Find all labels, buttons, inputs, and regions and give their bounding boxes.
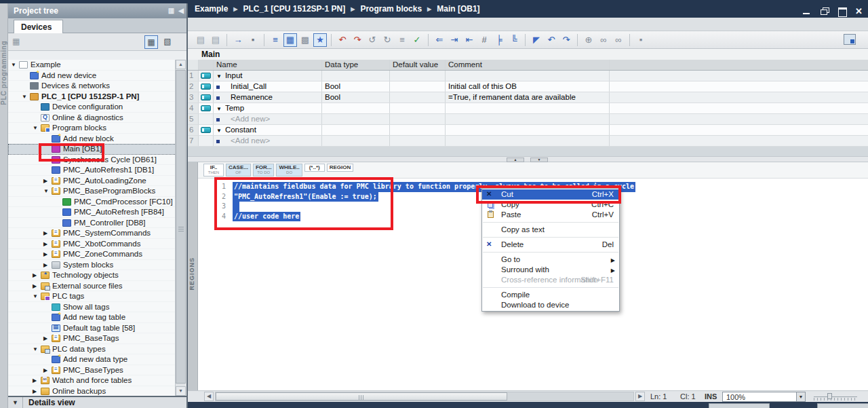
details-view-toggle-icon[interactable]: ▦	[144, 35, 158, 49]
tree-item[interactable]: ▶PMC_ZoneCommands	[8, 249, 176, 260]
breadcrumb-item[interactable]: Main [OB1]	[437, 4, 479, 14]
default-value-cell[interactable]	[390, 92, 446, 103]
table-row[interactable]: 5<Add new>	[188, 114, 868, 125]
tree-scroll-down-icon[interactable]: ▼	[176, 386, 186, 396]
name-cell[interactable]: Remanence	[214, 92, 322, 103]
splitter-collapse-up-icon[interactable]: ▲	[507, 157, 524, 162]
indent-icon[interactable]: ⇥	[448, 33, 461, 47]
datatype-cell[interactable]	[322, 136, 390, 146]
tree-expand-icon[interactable]: ▶	[33, 377, 37, 384]
tree-expand-icon[interactable]: ▼	[11, 62, 16, 68]
section-expand-icon[interactable]: ▼	[216, 128, 222, 134]
prev-bookmark-icon[interactable]: ↶	[545, 33, 558, 47]
menu-item-compile[interactable]: Compile	[482, 290, 619, 300]
table-row[interactable]: 6▼Constant	[188, 125, 868, 136]
menu-item-paste[interactable]: PasteCtrl+V	[482, 210, 619, 220]
snippet-button[interactable]: CASE...OF	[226, 164, 251, 177]
breadcrumb-item[interactable]: PLC_1 [CPU 1512SP-1 PN]	[243, 4, 346, 14]
tree-item[interactable]: ▼PLC data types	[8, 344, 176, 355]
settings-icon[interactable]: ⊕	[582, 33, 595, 47]
default-value-cell[interactable]	[390, 125, 446, 135]
bookmark-icon[interactable]: ◤	[530, 33, 543, 47]
tree-item[interactable]: ▶PMC_AutoLoadingZone	[8, 176, 176, 187]
snippet-button[interactable]: (*..*)	[304, 164, 325, 172]
open-new-editor-icon[interactable]: ▧	[161, 35, 174, 49]
name-cell[interactable]: <Add new>	[214, 136, 322, 146]
splitter-collapse-down-icon[interactable]: ▼	[530, 157, 548, 162]
lock-icon[interactable]: ▪	[246, 33, 260, 47]
tree-item[interactable]: ▼PLC tags	[8, 291, 176, 302]
tree-scroll-thumb[interactable]	[176, 70, 186, 384]
zoom-slider-handle[interactable]	[827, 393, 832, 399]
tree-expand-icon[interactable]: ▶	[43, 178, 47, 184]
protection-icon[interactable]: ▪	[634, 33, 648, 47]
snippet-button[interactable]: REGION	[327, 164, 354, 172]
name-cell[interactable]: ▼Temp	[214, 103, 322, 113]
tree-expand-icon[interactable]: ▶	[43, 230, 47, 236]
comment-cell[interactable]	[446, 125, 610, 135]
tree-expand-icon[interactable]: ▶	[33, 388, 37, 394]
section-expand-icon[interactable]: ▼	[216, 73, 222, 79]
minimize-button[interactable]	[802, 7, 811, 15]
datatype-cell[interactable]	[322, 125, 390, 135]
tree-expand-icon[interactable]: ▼	[33, 125, 38, 131]
close-button[interactable]: ✕	[855, 7, 864, 15]
comment-cell[interactable]	[446, 103, 610, 113]
revert-icon[interactable]: ↺	[366, 33, 379, 47]
restore-icon[interactable]: ↻	[380, 33, 394, 47]
accept-icon[interactable]: ✓	[410, 33, 424, 47]
tree-item[interactable]: ▶Online backups	[8, 386, 176, 396]
restore-button[interactable]	[820, 7, 829, 15]
tree-item[interactable]: Add new block	[8, 134, 176, 145]
tree-item[interactable]: Online & diagnostics	[8, 113, 176, 124]
display-format-icon[interactable]: ▩	[298, 33, 312, 47]
tree-item[interactable]: ▶PMC_BaseTypes	[8, 365, 176, 376]
tree-item[interactable]: ▶PMC_XbotCommands	[8, 239, 176, 250]
tree-item[interactable]: PMC_CmdProcessor [FC10]	[8, 197, 176, 208]
default-value-cell[interactable]	[390, 103, 446, 113]
table-row[interactable]: 2Initial_CallBoolInitial call of this OB	[188, 81, 868, 92]
datatype-cell[interactable]	[322, 71, 390, 81]
table-row[interactable]: 3RemanenceBool=True, if remanent data ar…	[188, 92, 868, 103]
zoom-dropdown-icon[interactable]: ▼	[796, 392, 806, 402]
tree-item[interactable]: Add new tag table	[8, 312, 176, 323]
zoom-slider[interactable]	[814, 396, 857, 397]
tree-scrollbar[interactable]: ▲ ▼	[175, 60, 186, 396]
branch-close-icon[interactable]: ╚	[507, 33, 521, 47]
breadcrumb-item[interactable]: Example	[195, 4, 228, 14]
branch-open-icon[interactable]: ╞	[492, 33, 506, 47]
details-view-bar[interactable]: ▼ Details view	[8, 396, 186, 408]
menu-item-delete[interactable]: DeleteDel	[482, 240, 619, 250]
name-cell[interactable]: <Add new>	[214, 114, 322, 124]
tree-expand-icon[interactable]: ▼	[22, 94, 27, 100]
outdent-icon[interactable]: ⇤	[462, 33, 476, 47]
grid-icon[interactable]: #	[477, 33, 491, 47]
hscroll-track[interactable]	[215, 392, 634, 401]
tree-item[interactable]: ▼PMC_BaseProgramBlocks	[8, 186, 176, 197]
insert-segment-icon[interactable]: ▤	[194, 33, 208, 47]
hscroll-left-icon[interactable]: ◀	[204, 392, 214, 401]
tab-devices[interactable]: Devices	[14, 20, 63, 33]
regions-strip[interactable]: REGIONS	[188, 162, 198, 390]
comment-cell[interactable]	[446, 136, 610, 146]
comment-cell[interactable]	[446, 114, 610, 124]
table-row[interactable]: 1▼Input	[188, 71, 868, 81]
tree-expand-icon[interactable]: ▼	[43, 188, 49, 194]
snippet-button[interactable]: WHILE..DO	[276, 164, 302, 177]
tree-item[interactable]: ▶PMC_SystemCommands	[8, 228, 176, 239]
tree-item[interactable]: Add new device	[8, 71, 176, 81]
comment-cell[interactable]	[446, 71, 610, 81]
tree-options-icon[interactable]: ▦	[12, 37, 20, 46]
snippet-button[interactable]: IF..THEN	[203, 164, 224, 177]
clear-icon[interactable]: ≡	[395, 33, 409, 47]
tree-expand-icon[interactable]: ▶	[33, 283, 37, 289]
tree-item[interactable]: PMC_AutoRefresh1 [DB1]	[8, 165, 176, 176]
split-pane-icon[interactable]: ▥	[168, 3, 174, 18]
datatype-cell[interactable]: Bool	[322, 81, 390, 92]
menu-item-cross-reference-information[interactable]: Cross-reference informationShift+F11	[482, 275, 619, 285]
tree-expand-icon[interactable]: ▶	[33, 272, 37, 278]
tree-item[interactable]: ▼Example	[8, 60, 176, 71]
menu-item-download-to-device[interactable]: Download to device	[482, 300, 619, 310]
name-cell[interactable]: ▼Input	[214, 71, 322, 81]
name-cell[interactable]: Initial_Call	[214, 81, 322, 92]
